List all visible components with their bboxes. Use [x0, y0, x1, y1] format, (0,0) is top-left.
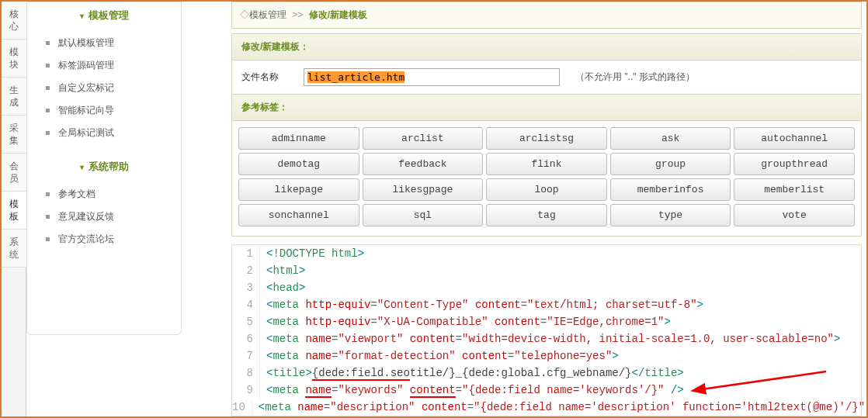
left-tab-1[interactable]: 模块	[2, 40, 26, 78]
tag-button[interactable]: groupthread	[734, 153, 855, 175]
tags-grid: adminnamearclistarclistsgaskautochanneld…	[232, 121, 861, 236]
tag-button[interactable]: likepage	[238, 178, 359, 201]
sidebar-section-header[interactable]: 系统帮助	[27, 154, 181, 180]
tag-button[interactable]: autochannel	[734, 127, 855, 150]
left-tab-6[interactable]: 系统	[2, 230, 26, 268]
sidebar-item[interactable]: 官方交流论坛	[27, 228, 181, 250]
breadcrumb: ◇模板管理 >> 修改/新建模板	[231, 2, 862, 29]
tags-header: 参考标签：	[232, 94, 861, 121]
code-line: 10<meta name="description" content="{ded…	[232, 399, 861, 416]
tag-button[interactable]: feedback	[363, 153, 484, 175]
sidebar-item[interactable]: 参考文档	[27, 183, 181, 206]
left-tab-0[interactable]: 核心	[2, 2, 26, 40]
tag-button[interactable]: arclistsg	[486, 127, 607, 150]
panel-header: 修改/新建模板：	[232, 34, 861, 60]
sidebar: 模板管理默认模板管理标签源码管理自定义宏标记智能标记向导全局标记测试系统帮助参考…	[26, 2, 182, 335]
sidebar-item[interactable]: 全局标记测试	[27, 122, 181, 144]
tag-button[interactable]: loop	[486, 178, 607, 201]
main-content: ◇模板管理 >> 修改/新建模板 修改/新建模板： 文件名称 list_arti…	[185, 2, 866, 416]
code-editor[interactable]: 1<!DOCTYPE html>2<html>3<head>4<meta htt…	[231, 244, 862, 416]
sidebar-item[interactable]: 智能标记向导	[27, 99, 181, 122]
code-line: 3<head>	[232, 279, 861, 296]
code-line: 6<meta name="viewport" content="width=de…	[232, 330, 861, 347]
filename-label: 文件名称	[241, 71, 288, 84]
code-line: 1<!DOCTYPE html>	[232, 245, 861, 262]
sidebar-item[interactable]: 意见建议反馈	[27, 206, 181, 228]
tag-button[interactable]: arclist	[363, 127, 484, 150]
tag-button[interactable]: tag	[486, 204, 607, 226]
tag-button[interactable]: group	[610, 153, 731, 175]
panel: 修改/新建模板： 文件名称 list_article.htm （不允许用 "..…	[231, 33, 862, 237]
tag-button[interactable]: ask	[610, 127, 731, 150]
breadcrumb-current: 修改/新建模板	[309, 9, 367, 20]
sidebar-item[interactable]: 标签源码管理	[27, 54, 181, 77]
tag-button[interactable]: vote	[734, 204, 855, 226]
tag-button[interactable]: demotag	[238, 153, 359, 175]
left-tab-3[interactable]: 采集	[2, 116, 26, 154]
tag-button[interactable]: sql	[363, 204, 484, 226]
tag-button[interactable]: sonchannel	[238, 204, 359, 226]
breadcrumb-link[interactable]: 模板管理	[249, 9, 286, 20]
code-line: 7<meta name="format-detection" content="…	[232, 347, 861, 364]
breadcrumb-sep: >>	[292, 9, 303, 20]
tag-button[interactable]: likesgpage	[363, 178, 484, 201]
tag-button[interactable]: type	[610, 204, 731, 226]
tag-button[interactable]: memberlist	[734, 178, 855, 201]
left-tab-4[interactable]: 会员	[2, 154, 26, 192]
tag-button[interactable]: flink	[486, 153, 607, 175]
form-row: 文件名称 list_article.htm （不允许用 ".." 形式的路径）	[232, 60, 861, 94]
filename-hint: （不允许用 ".." 形式的路径）	[575, 71, 695, 84]
code-line: 2<html>	[232, 262, 861, 279]
left-tabs: 核心模块生成采集会员模板系统	[2, 2, 26, 416]
left-tab-2[interactable]: 生成	[2, 78, 26, 116]
tag-button[interactable]: memberinfos	[610, 178, 731, 201]
tag-button[interactable]: adminname	[238, 127, 359, 150]
left-tab-5[interactable]: 模板	[2, 192, 26, 230]
sidebar-item[interactable]: 自定义宏标记	[27, 77, 181, 99]
code-line: 8<title>{dede:field.seotitle/}_{dede:glo…	[232, 364, 861, 382]
code-line: 9<meta name="keywords" content="{dede:fi…	[232, 382, 861, 399]
diamond-icon: ◇	[240, 9, 249, 20]
code-line: 5<meta http-equiv="X-UA-Compatible" cont…	[232, 313, 861, 330]
filename-input[interactable]: list_article.htm	[304, 68, 560, 86]
code-line: 4<meta http-equiv="Content-Type" content…	[232, 296, 861, 313]
sidebar-section-header[interactable]: 模板管理	[27, 2, 181, 29]
sidebar-item[interactable]: 默认模板管理	[27, 32, 181, 54]
